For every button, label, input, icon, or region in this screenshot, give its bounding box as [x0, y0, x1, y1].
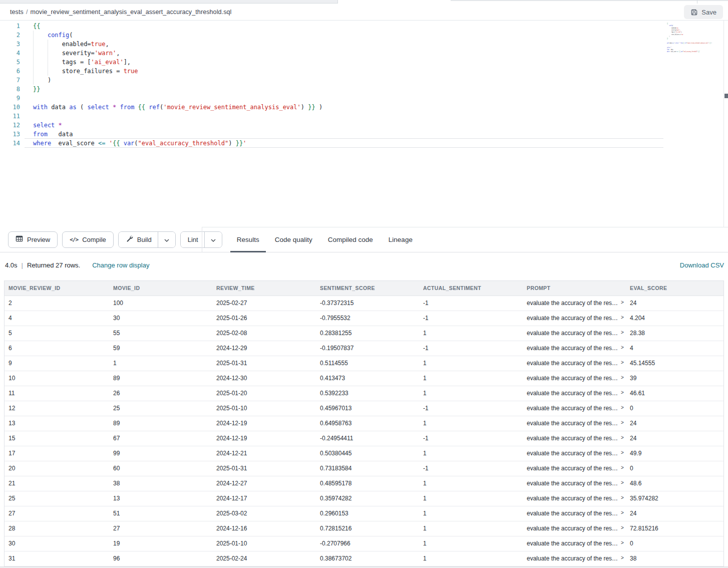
code-text: }}: [667, 38, 668, 40]
tab-results[interactable]: Results: [230, 227, 266, 252]
compile-button[interactable]: </> Compile: [62, 231, 114, 248]
build-button-label: Build: [137, 236, 152, 243]
table-cell: 2024-12-29: [212, 341, 316, 356]
prompt-cell[interactable]: evaluate the accuracy of the res…>: [523, 491, 626, 506]
code-line[interactable]: 10with data as ( select * from {{ ref('m…: [0, 103, 663, 112]
minimap[interactable]: 1{{2 config(3 enabled=true,4 severity='w…: [667, 23, 723, 213]
expand-cell-chevron-icon[interactable]: >: [621, 375, 624, 380]
code-text: {{: [33, 22, 40, 31]
code-line[interactable]: 11: [0, 112, 663, 121]
prompt-cell[interactable]: evaluate the accuracy of the res…>: [523, 416, 626, 431]
build-button[interactable]: Build: [119, 232, 158, 247]
tab-lineage[interactable]: Lineage: [382, 227, 419, 252]
expand-cell-chevron-icon[interactable]: >: [621, 510, 624, 515]
prompt-cell[interactable]: evaluate the accuracy of the res…>: [523, 521, 626, 536]
prompt-cell[interactable]: evaluate the accuracy of the res…>: [523, 446, 626, 461]
tab-code-quality[interactable]: Code quality: [268, 227, 319, 252]
code-lines: 1{{2 config(3 enabled=true,4 severity='w…: [0, 22, 663, 148]
prompt-cell[interactable]: evaluate the accuracy of the res…>: [523, 401, 626, 416]
table-cell: 2025-01-10: [212, 401, 316, 416]
prompt-cell[interactable]: evaluate the accuracy of the res…>: [523, 551, 626, 566]
lint-dropdown-toggle[interactable]: [204, 232, 222, 247]
code-line[interactable]: 8}}: [0, 85, 663, 94]
column-header-review-time[interactable]: REVIEW_TIME: [212, 281, 316, 296]
code-line[interactable]: 9: [0, 94, 663, 103]
editor-scrollbar-thumb[interactable]: [724, 94, 728, 98]
change-row-display-link[interactable]: Change row display: [92, 261, 149, 269]
download-csv-link[interactable]: Download CSV: [680, 261, 724, 269]
code-line[interactable]: 2 config(: [0, 31, 663, 40]
expand-cell-chevron-icon[interactable]: >: [621, 450, 624, 455]
expand-cell-chevron-icon[interactable]: >: [621, 435, 624, 440]
expand-cell-chevron-icon[interactable]: >: [621, 345, 624, 350]
column-header-sentiment-score[interactable]: SENTIMENT_SCORE: [316, 281, 419, 296]
expand-cell-chevron-icon[interactable]: >: [621, 465, 624, 470]
expand-cell-chevron-icon[interactable]: >: [621, 495, 624, 500]
expand-cell-chevron-icon[interactable]: >: [621, 315, 624, 320]
table-cell: -0.37372315: [316, 296, 419, 311]
sql-code-editor[interactable]: 1{{2 config(3 enabled=true,4 severity='w…: [0, 21, 728, 227]
build-dropdown-toggle[interactable]: [158, 232, 175, 247]
prompt-cell[interactable]: evaluate the accuracy of the res…>: [523, 461, 626, 476]
table-cell: 2025-01-26: [212, 311, 316, 326]
line-number: 1: [0, 22, 20, 31]
save-button[interactable]: Save: [684, 5, 723, 19]
code-line[interactable]: 13from data: [0, 130, 663, 139]
line-number: 5: [0, 58, 20, 67]
table-cell: 2024-12-19: [212, 416, 316, 431]
table-cell: 1: [419, 371, 523, 386]
expand-cell-chevron-icon[interactable]: >: [621, 390, 624, 395]
column-header-eval-score[interactable]: EVAL_SCORE: [626, 281, 723, 296]
expand-cell-chevron-icon[interactable]: >: [621, 420, 624, 425]
table-cell: 2024-12-16: [212, 521, 316, 536]
expand-cell-chevron-icon[interactable]: >: [621, 525, 624, 530]
table-cell: 24: [626, 416, 723, 431]
prompt-cell[interactable]: evaluate the accuracy of the res…>: [523, 371, 626, 386]
code-line[interactable]: 5 tags = ['ai_eval'],: [0, 58, 663, 67]
chevron-down-icon: [211, 236, 216, 243]
column-header-prompt[interactable]: PROMPT: [523, 281, 626, 296]
code-line[interactable]: 7 ): [0, 76, 663, 85]
prompt-cell[interactable]: evaluate the accuracy of the res…>: [523, 386, 626, 401]
expand-cell-chevron-icon[interactable]: >: [621, 405, 624, 410]
expand-cell-chevron-icon[interactable]: >: [621, 540, 624, 545]
prompt-cell[interactable]: evaluate the accuracy of the res…>: [523, 311, 626, 326]
code-line[interactable]: 14where eval_score <= '{{ var("eval_accu…: [667, 51, 675, 53]
lint-button[interactable]: Lint: [181, 232, 204, 247]
column-header-movie-id[interactable]: MOVIE_ID: [109, 281, 212, 296]
table-cell: 2024-12-30: [212, 371, 316, 386]
code-line[interactable]: 4 severity='warn',: [0, 49, 663, 58]
preview-button[interactable]: Preview: [8, 231, 58, 248]
column-header-movie-review-id[interactable]: MOVIE_REVIEW_ID: [5, 281, 109, 296]
prompt-cell[interactable]: evaluate the accuracy of the res…>: [523, 296, 626, 311]
expand-cell-chevron-icon[interactable]: >: [621, 300, 624, 305]
breadcrumb-folder[interactable]: tests: [10, 9, 24, 16]
prompt-text: evaluate the accuracy of the res…: [527, 525, 618, 532]
code-line[interactable]: 12select *: [0, 121, 663, 130]
code-line[interactable]: 6 store_failures = true: [0, 67, 663, 76]
code-line[interactable]: 10with data as ( select * from {{ ref('m…: [667, 42, 675, 44]
column-header-actual-sentiment[interactable]: ACTUAL_SENTIMENT: [419, 281, 523, 296]
prompt-cell[interactable]: evaluate the accuracy of the res…>: [523, 326, 626, 341]
expand-cell-chevron-icon[interactable]: >: [621, 330, 624, 335]
table-cell: -1: [419, 341, 523, 356]
expand-cell-chevron-icon[interactable]: >: [621, 480, 624, 485]
horizontal-scrollbar-track[interactable]: [0, 566, 728, 568]
save-button-label: Save: [701, 9, 716, 16]
window-tab-strip: [0, 0, 728, 4]
expand-cell-chevron-icon[interactable]: >: [621, 555, 624, 560]
prompt-cell[interactable]: evaluate the accuracy of the res…>: [523, 506, 626, 521]
prompt-cell[interactable]: evaluate the accuracy of the res…>: [523, 536, 626, 551]
code-line[interactable]: 1{{: [0, 22, 663, 31]
code-line[interactable]: 3 enabled=true,: [0, 40, 663, 49]
expand-cell-chevron-icon[interactable]: >: [621, 360, 624, 365]
prompt-cell[interactable]: evaluate the accuracy of the res…>: [523, 356, 626, 371]
table-cell: 2025-02-27: [212, 296, 316, 311]
prompt-text: evaluate the accuracy of the res…: [527, 315, 618, 322]
code-text: where eval_score <= '{{ var("eval_accura…: [33, 139, 246, 148]
prompt-cell[interactable]: evaluate the accuracy of the res…>: [523, 431, 626, 446]
prompt-cell[interactable]: evaluate the accuracy of the res…>: [523, 341, 626, 356]
code-line[interactable]: 14where eval_score <= '{{ var("eval_accu…: [0, 139, 663, 148]
tab-compiled-code[interactable]: Compiled code: [321, 227, 380, 252]
prompt-cell[interactable]: evaluate the accuracy of the res…>: [523, 476, 626, 491]
